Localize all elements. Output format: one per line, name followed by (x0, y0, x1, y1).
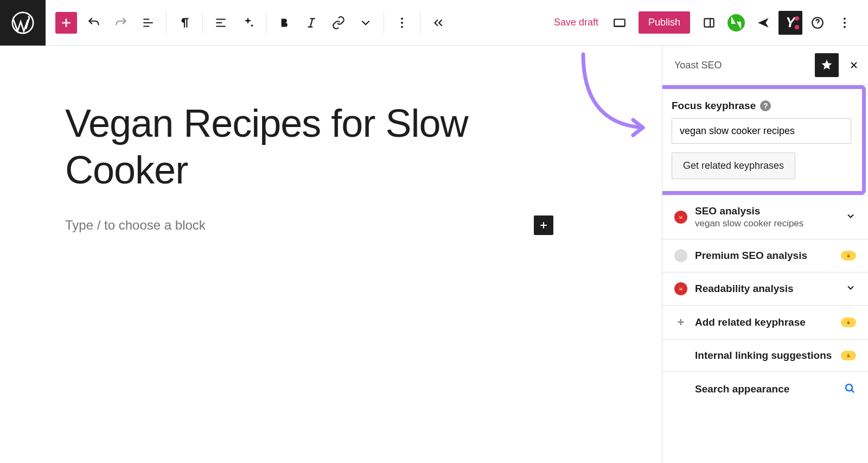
chevron-down-icon (845, 211, 856, 224)
panel-row-search-appearance[interactable]: Search appearance (662, 371, 868, 407)
collapse-toolbar-button[interactable] (425, 9, 452, 36)
svg-point-7 (844, 17, 846, 20)
svg-rect-5 (704, 18, 713, 27)
yoast-sidebar: Yoast SEO Focus keyphrase ? Get related … (662, 46, 868, 463)
align-button[interactable] (207, 9, 234, 36)
status-dot-icon (674, 211, 687, 224)
more-options-button[interactable] (831, 9, 858, 36)
focus-keyphrase-label: Focus keyphrase (672, 100, 756, 112)
wordpress-logo[interactable] (0, 0, 46, 46)
more-formatting-dropdown[interactable] (352, 9, 379, 36)
preview-button[interactable] (606, 9, 633, 36)
top-toolbar: Save draft Publish Y (0, 0, 868, 46)
undo-button[interactable] (80, 9, 107, 36)
redo-button[interactable] (107, 9, 135, 36)
yoast-toolbar-button[interactable]: Y (777, 9, 804, 36)
star-button[interactable] (815, 53, 839, 77)
svg-rect-4 (614, 19, 625, 26)
panel-row-seo-analysis[interactable]: SEO analysisvegan slow cooker recipes (662, 195, 868, 239)
sidebar-toggle-button[interactable] (695, 9, 723, 36)
svg-point-10 (680, 217, 680, 217)
status-dot-icon (674, 249, 687, 262)
jetpack-button[interactable] (723, 9, 750, 36)
close-sidebar-button[interactable] (844, 55, 864, 75)
panel-row-add-related-keyphrase[interactable]: +Add related keyphrase (662, 305, 868, 339)
status-dot-icon (674, 282, 687, 295)
toolbar-separator (420, 12, 420, 34)
paragraph-icon[interactable] (171, 9, 198, 36)
focus-keyphrase-panel: Focus keyphrase ? Get related keyphrases (662, 85, 866, 195)
svg-point-14 (681, 288, 682, 289)
panel-name: Search appearance (695, 383, 835, 395)
toolbar-separator (266, 12, 266, 34)
svg-point-11 (681, 217, 682, 217)
inline-add-block-button[interactable] (534, 215, 553, 235)
get-related-keyphrases-button[interactable]: Get related keyphrases (672, 153, 795, 179)
help-button[interactable] (804, 9, 831, 36)
panel-name: Internal linking suggestions (695, 350, 833, 361)
lock-icon (841, 251, 856, 261)
svg-point-13 (680, 288, 680, 289)
plus-icon: + (674, 315, 687, 329)
panel-row-readability-analysis[interactable]: Readability analysis (662, 272, 868, 305)
post-title[interactable]: Vegan Recipes for Slow Cooker (65, 100, 542, 194)
sidebar-title: Yoast SEO (674, 60, 722, 71)
send-icon[interactable] (750, 9, 777, 36)
save-draft-button[interactable]: Save draft (546, 17, 606, 28)
toolbar-separator (166, 12, 167, 34)
panel-name: Readability analysis (695, 283, 838, 295)
ai-sparkle-button[interactable] (234, 9, 261, 36)
lock-icon (841, 318, 856, 327)
svg-point-9 (844, 26, 846, 28)
search-icon[interactable] (843, 382, 856, 397)
toolbar-separator (384, 12, 384, 34)
add-block-button[interactable] (55, 12, 77, 34)
panel-row-premium-seo-analysis[interactable]: Premium SEO analysis (662, 239, 868, 272)
lock-icon (841, 351, 856, 360)
svg-point-3 (401, 26, 403, 28)
publish-button[interactable]: Publish (639, 11, 690, 34)
svg-rect-16 (847, 356, 850, 357)
options-button[interactable] (388, 9, 416, 36)
chevron-down-icon (845, 282, 856, 295)
bold-button[interactable] (271, 9, 298, 36)
focus-keyphrase-input[interactable] (672, 118, 851, 144)
italic-button[interactable] (298, 9, 325, 36)
svg-rect-12 (847, 256, 850, 257)
panel-name: Add related keyphrase (695, 316, 833, 328)
svg-point-1 (401, 17, 403, 20)
panel-name: Premium SEO analysis (695, 250, 833, 262)
help-icon[interactable]: ? (760, 100, 771, 111)
panel-name: SEO analysis (695, 205, 838, 217)
panel-subtext: vegan slow cooker recipes (695, 218, 838, 229)
svg-rect-15 (847, 322, 850, 324)
svg-point-2 (401, 22, 403, 24)
block-placeholder-text[interactable]: Type / to choose a block (65, 218, 206, 233)
toolbar-separator (202, 12, 203, 34)
svg-point-8 (844, 22, 846, 24)
document-overview-button[interactable] (135, 9, 162, 36)
svg-point-17 (846, 384, 852, 391)
editor-canvas[interactable]: Vegan Recipes for Slow Cooker Type / to … (0, 46, 662, 463)
panel-row-internal-linking-suggestions[interactable]: Internal linking suggestions (662, 339, 868, 371)
link-button[interactable] (325, 9, 352, 36)
